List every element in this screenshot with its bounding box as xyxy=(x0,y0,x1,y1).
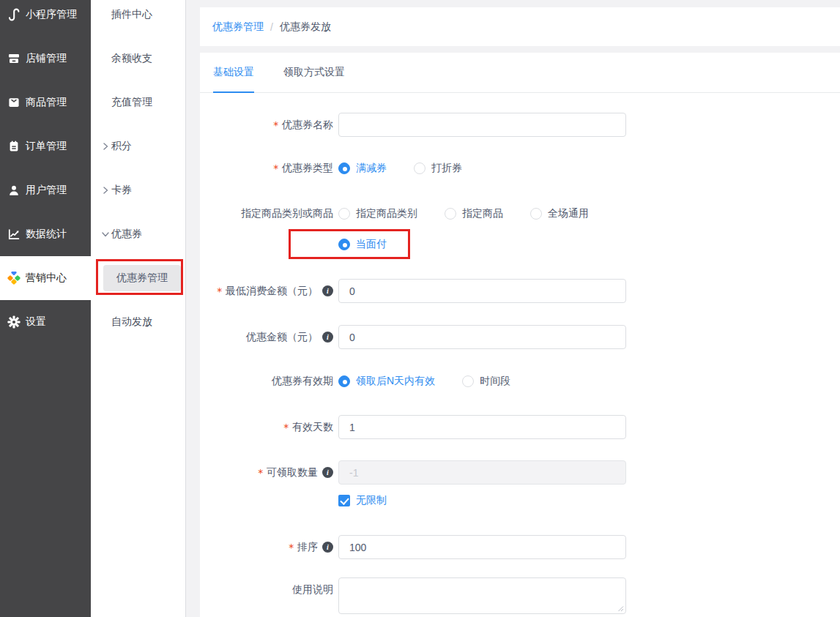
scope-all-option[interactable]: 全场通用 xyxy=(530,207,589,220)
coupon-form-card: 基础设置 领取方式设置 优惠券名称 优惠券类型 满减券 打折券 指定商品类别或商… xyxy=(200,53,840,617)
tab-basic-settings[interactable]: 基础设置 xyxy=(213,53,254,92)
main-sidebar-list: 小程序管理 店铺管理 商品管理 订单管理 用户管理 xyxy=(0,0,91,344)
sort-label: 排序 i xyxy=(200,541,338,554)
user-icon xyxy=(7,184,21,197)
validity-label: 优惠券有效期 xyxy=(200,375,338,388)
radio-icon xyxy=(414,162,425,174)
tab-receive-settings[interactable]: 领取方式设置 xyxy=(283,53,345,92)
instructions-textarea[interactable] xyxy=(338,577,626,614)
submenu-item-auto-distribute[interactable]: 自动发放 xyxy=(91,300,185,344)
min-amount-label: 最低消费金额（元） i xyxy=(200,285,338,298)
radio-icon xyxy=(462,375,474,387)
sidebar-item-shop[interactable]: 店铺管理 xyxy=(0,37,91,81)
scope-category-option[interactable]: 指定商品类别 xyxy=(338,207,417,220)
breadcrumb: 优惠券管理 / 优惠券发放 xyxy=(200,7,840,46)
info-icon[interactable]: i xyxy=(322,542,333,553)
coupon-type-label: 优惠券类型 xyxy=(200,162,338,175)
form-row-instructions: 使用说明 xyxy=(200,577,626,602)
radio-icon xyxy=(530,208,542,220)
sidebar-item-label: 店铺管理 xyxy=(26,52,67,65)
form-row-scope: 指定商品类别或商品 指定商品类别 指定商品 全场通用 xyxy=(200,201,616,225)
coupon-name-input[interactable] xyxy=(338,113,626,137)
sidebar-item-goods[interactable]: 商品管理 xyxy=(0,81,91,124)
scope-label: 指定商品类别或商品 xyxy=(200,207,338,220)
miniprogram-icon xyxy=(7,8,21,21)
instructions-label: 使用说明 xyxy=(200,577,338,602)
receive-limit-input xyxy=(338,460,626,485)
chevron-right-icon xyxy=(100,141,111,152)
submenu-item-points[interactable]: 积分 xyxy=(91,124,185,168)
breadcrumb-current: 优惠券发放 xyxy=(280,20,331,34)
coupon-type-discount-option[interactable]: 打折券 xyxy=(414,162,462,175)
info-icon[interactable]: i xyxy=(322,332,333,343)
min-amount-input[interactable] xyxy=(338,279,626,303)
radio-selected-icon xyxy=(338,375,350,387)
sidebar-item-settings[interactable]: 设置 xyxy=(0,300,91,344)
valid-days-input[interactable] xyxy=(338,415,626,439)
sidebar-item-label: 小程序管理 xyxy=(26,8,77,21)
chevron-down-icon xyxy=(100,228,111,240)
form-row-coupon-type: 优惠券类型 满减券 打折券 xyxy=(200,156,489,180)
form-row-validity: 优惠券有效期 领取后N天内有效 时间段 xyxy=(200,369,538,393)
coupon-type-full-reduction-option[interactable]: 满减券 xyxy=(338,162,387,175)
validity-period-option[interactable]: 时间段 xyxy=(462,375,510,388)
stats-icon xyxy=(7,228,21,241)
sidebar-item-label: 数据统计 xyxy=(26,228,67,241)
submenu-item-cards[interactable]: 卡券 xyxy=(91,168,185,212)
sidebar-item-orders[interactable]: 订单管理 xyxy=(0,124,91,168)
coupon-name-label: 优惠券名称 xyxy=(200,119,338,132)
valid-days-label: 有效天数 xyxy=(200,421,338,434)
breadcrumb-link-coupon-management[interactable]: 优惠券管理 xyxy=(212,20,264,34)
submenu-item-balance[interactable]: 余额收支 xyxy=(91,37,185,81)
discount-amount-label: 优惠金额（元） i xyxy=(200,331,338,344)
form-row-valid-days: 有效天数 xyxy=(200,415,626,439)
receive-limit-label: 可领取数量 i xyxy=(200,466,338,479)
radio-selected-icon xyxy=(338,162,350,174)
breadcrumb-separator: / xyxy=(270,21,273,33)
scope-product-option[interactable]: 指定商品 xyxy=(445,207,503,220)
sidebar-item-users[interactable]: 用户管理 xyxy=(0,168,91,212)
marketing-icon xyxy=(7,272,21,285)
form-row-scope-face-pay: 当面付 xyxy=(200,229,414,259)
submenu-item-plugin-center[interactable]: 插件中心 xyxy=(91,0,185,37)
info-icon[interactable]: i xyxy=(322,285,333,296)
unlimited-checkbox[interactable] xyxy=(338,495,350,506)
sidebar-item-label: 设置 xyxy=(26,315,46,329)
tab-bar: 基础设置 领取方式设置 xyxy=(200,53,840,93)
gear-icon xyxy=(7,315,21,329)
sidebar-item-label: 商品管理 xyxy=(26,96,67,109)
instructions-textarea-wrap xyxy=(338,577,626,614)
active-submenu-pill: 优惠券管理 xyxy=(103,265,181,291)
sidebar-item-label: 订单管理 xyxy=(26,140,67,153)
main-sidebar: 小程序管理 店铺管理 商品管理 订单管理 用户管理 xyxy=(0,0,91,617)
form-row-discount-amount: 优惠金额（元） i xyxy=(200,325,626,349)
sub-sidebar-list: 插件中心 余额收支 充值管理 积分 卡券 优惠券 优惠券管理 自动发放 xyxy=(91,0,185,344)
shop-icon xyxy=(7,52,21,65)
sidebar-item-stats[interactable]: 数据统计 xyxy=(0,212,91,256)
submenu-item-coupon-management[interactable]: 优惠券管理 xyxy=(91,256,185,300)
scope-face-pay-option[interactable]: 当面付 xyxy=(338,238,387,251)
radio-icon xyxy=(338,208,350,220)
chevron-right-icon xyxy=(100,184,111,196)
order-icon xyxy=(7,140,21,153)
radio-icon xyxy=(445,208,456,220)
form-row-receive-limit: 可领取数量 i xyxy=(200,460,626,485)
submenu-item-coupons[interactable]: 优惠券 xyxy=(91,212,185,256)
discount-amount-input[interactable] xyxy=(338,325,626,349)
form-row-min-amount: 最低消费金额（元） i xyxy=(200,279,626,303)
form-row-coupon-name: 优惠券名称 xyxy=(200,113,626,137)
sidebar-item-miniprogram[interactable]: 小程序管理 xyxy=(0,0,91,37)
sidebar-item-marketing[interactable]: 营销中心 xyxy=(0,256,91,300)
goods-icon xyxy=(7,96,21,109)
sidebar-item-label: 用户管理 xyxy=(26,184,67,197)
form-row-sort: 排序 i xyxy=(200,535,626,559)
sort-input[interactable] xyxy=(338,535,626,559)
validity-days-option[interactable]: 领取后N天内有效 xyxy=(338,375,435,388)
sidebar-item-label: 营销中心 xyxy=(26,272,67,285)
sub-sidebar: 插件中心 余额收支 充值管理 积分 卡券 优惠券 优惠券管理 自动发放 xyxy=(91,0,186,617)
info-icon[interactable]: i xyxy=(322,467,333,478)
unlimited-checkbox-label[interactable]: 无限制 xyxy=(356,494,387,507)
form-row-unlimited: 无限制 xyxy=(200,488,387,512)
submenu-item-recharge[interactable]: 充值管理 xyxy=(91,81,185,124)
radio-selected-icon xyxy=(338,239,350,250)
